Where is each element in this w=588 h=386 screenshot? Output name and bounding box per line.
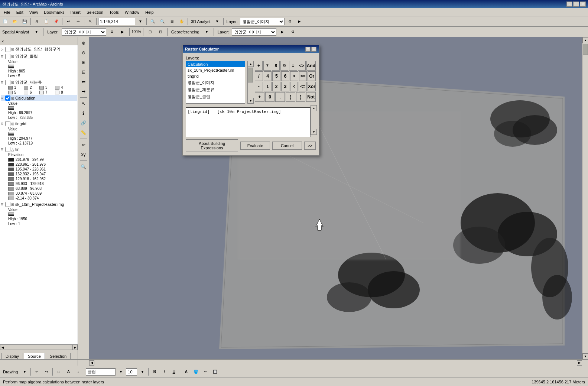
draw-font-size-dropdown[interactable]: ▼ <box>116 368 125 376</box>
draw-font-size-dd[interactable]: ▼ <box>138 368 147 376</box>
zoom-pct-btn[interactable]: 100% <box>132 28 141 36</box>
expr-scroll-up[interactable]: ▲ <box>311 105 317 111</box>
minimize-button[interactable]: − <box>566 1 572 7</box>
lt-pan[interactable]: ⊞ <box>79 58 88 67</box>
dialog-close-btn[interactable]: × <box>311 47 316 52</box>
toc-layer-1-header[interactable]: ▽ ⊞ 영암군_클립 <box>1 53 77 59</box>
layers-list[interactable]: Calculation sk_10m_ProjectRaster.im ting… <box>186 61 245 104</box>
map-scroll-thumb[interactable] <box>583 44 588 55</box>
hscroll-right[interactable]: ▶ <box>72 345 78 350</box>
zoom-full-btn[interactable]: ⊞ <box>168 17 176 26</box>
layer-select2[interactable]: 영암군_이미지 <box>62 28 106 36</box>
layer-item-0[interactable]: Calculation <box>186 61 245 67</box>
btn-dot[interactable]: . <box>275 92 285 102</box>
btn-5[interactable]: 5 <box>272 71 280 81</box>
draw-undo[interactable]: ↩ <box>32 368 41 376</box>
spatial-options-btn[interactable]: ⚙ <box>108 28 117 36</box>
scroll-thumb[interactable] <box>248 68 253 82</box>
btn-or[interactable]: Or <box>308 71 316 81</box>
btn-3[interactable]: 3 <box>281 82 289 91</box>
select-btn[interactable]: ↖ <box>86 17 95 26</box>
draw-redo[interactable]: ↪ <box>42 368 51 376</box>
draw-italic[interactable]: I <box>160 368 169 376</box>
toc-layer-6-check[interactable] <box>5 202 10 207</box>
toc-layer-3-header[interactable]: ▽ ⊞ Calculation <box>1 95 77 101</box>
expand-icon-0[interactable]: ▷ <box>1 48 5 51</box>
draw-arrow-color[interactable]: ↓ <box>74 368 82 376</box>
menu-view[interactable]: View <box>27 9 40 15</box>
lt-back[interactable]: ⬅ <box>79 77 88 86</box>
btn-xor[interactable]: Xor <box>308 82 316 91</box>
draw-shadow-color[interactable]: 🔲 <box>211 368 220 376</box>
toc-layer-2-check[interactable] <box>5 80 10 85</box>
menu-edit[interactable]: Edit <box>14 9 26 15</box>
btn-6[interactable]: 6 <box>281 71 289 81</box>
menu-bookmarks[interactable]: Bookmarks <box>42 9 66 15</box>
font-size-input[interactable] <box>126 368 137 376</box>
expand-icon-5[interactable]: ▽ <box>1 147 5 151</box>
zoom-in-btn[interactable]: 🔍 <box>148 17 157 26</box>
btn-eq[interactable]: = <box>289 61 297 71</box>
btn-9[interactable]: 9 <box>280 61 288 71</box>
btn-0[interactable]: 0 <box>265 92 275 102</box>
layer-name-input[interactable] <box>86 368 116 376</box>
btn-plus2[interactable]: + <box>255 92 264 102</box>
menu-help[interactable]: Help <box>143 9 156 15</box>
toc-layer-4-header[interactable]: ▽ ⊞ tingrid <box>1 121 77 127</box>
geo-btn[interactable]: ⊡ <box>146 28 155 36</box>
layer-item-4[interactable]: 영암군_재분류 <box>186 86 245 93</box>
draw-font-color[interactable]: A <box>182 368 191 376</box>
draw-underline[interactable]: U <box>169 368 178 376</box>
dialog-help-btn[interactable]: ? <box>305 47 311 52</box>
print-btn[interactable]: 🖨 <box>32 17 41 26</box>
toc-content[interactable]: ▷ ⊞ 전라남도_영암_형청구역 ▽ ⊞ 영암군_클립 Value <box>0 45 78 344</box>
btn-1[interactable]: 1 <box>264 82 272 91</box>
btn-lparen[interactable]: ( <box>286 92 295 102</box>
expr-scroll-down[interactable]: ▼ <box>311 129 317 135</box>
hscroll-left-btn[interactable]: ◀ <box>89 360 94 366</box>
map-canvas[interactable]: Raster Calculator ? × Layers: Calculatio… <box>89 37 582 359</box>
btn-lt[interactable]: < <box>290 82 298 91</box>
save-btn[interactable]: 💾 <box>20 17 29 26</box>
layer-item-5[interactable]: 영암군_클립 <box>186 93 245 100</box>
btn-2[interactable]: 2 <box>272 82 280 91</box>
toc-layer-5-header[interactable]: ▽ △ tin <box>1 146 77 152</box>
scale-input[interactable] <box>98 18 135 25</box>
zoom-out-btn[interactable]: 🔍 <box>158 17 167 26</box>
layer-more1[interactable]: ▶ <box>295 17 304 26</box>
layer-select1[interactable]: 영암군_이미지 <box>240 18 285 25</box>
lt-full[interactable]: ⊟ <box>79 68 88 77</box>
open-btn[interactable]: 📂 <box>10 17 19 26</box>
copy-btn[interactable]: 📋 <box>42 17 51 26</box>
btn-4[interactable]: 4 <box>264 71 272 81</box>
hscroll-left[interactable]: ◀ <box>0 345 5 350</box>
btn-and[interactable]: And <box>306 61 316 71</box>
lt-edit[interactable]: ✏ <box>79 140 88 149</box>
scroll-up[interactable]: ▲ <box>248 61 254 67</box>
expand-icon-6[interactable]: ▽ <box>1 202 5 206</box>
lt-zoom-in[interactable]: ⊕ <box>79 39 88 48</box>
expand-icon-2[interactable]: ▽ <box>1 81 5 84</box>
tab-selection[interactable]: Selection <box>46 353 71 359</box>
undo-btn[interactable]: ↩ <box>64 17 73 26</box>
btn-not[interactable]: Not <box>306 92 316 102</box>
menu-tools[interactable]: Tools <box>107 9 121 15</box>
menu-selection[interactable]: Selection <box>84 9 105 15</box>
lt-search[interactable]: 🔍 <box>79 162 88 171</box>
close-button[interactable]: × <box>580 1 586 7</box>
layer-item-3[interactable]: 영암군_이미지 <box>186 79 245 86</box>
btn-lte[interactable]: <= <box>299 82 307 91</box>
maximize-button[interactable]: □ <box>573 1 579 7</box>
menu-file[interactable]: File <box>1 9 13 15</box>
btn-7[interactable]: 7 <box>263 61 271 71</box>
toc-layer-5-check[interactable] <box>5 147 10 152</box>
draw-font-label[interactable]: A <box>64 368 73 376</box>
menu-window[interactable]: Window <box>123 9 142 15</box>
geo-btn2[interactable]: ⊡ <box>156 28 165 36</box>
hscroll-right-btn[interactable]: ▶ <box>577 360 582 366</box>
new-btn[interactable]: 📄 <box>1 17 10 26</box>
toc-layer-4-check[interactable] <box>5 121 10 126</box>
redo-btn[interactable]: ↪ <box>74 17 82 26</box>
draw-outline-color[interactable]: ✏ <box>201 368 210 376</box>
expand-icon-3[interactable]: ▽ <box>1 96 5 100</box>
